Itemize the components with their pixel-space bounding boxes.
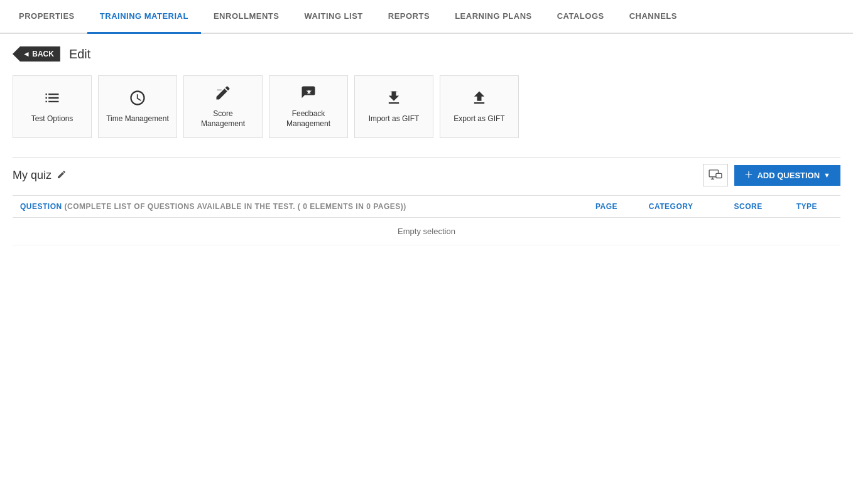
tool-card-test-options-label: Test Options: [31, 114, 73, 124]
tool-card-score-management[interactable]: Score Management: [183, 75, 263, 138]
question-header-meta: (Complete list of questions available in…: [65, 202, 406, 211]
tab-waiting-list[interactable]: WAITING LIST: [291, 0, 375, 34]
export-icon: [470, 89, 488, 109]
quiz-title: My quiz: [13, 169, 67, 182]
svg-rect-2: [716, 173, 722, 178]
col-header-type: TYPE: [789, 196, 840, 218]
feedback-icon: [300, 84, 317, 104]
empty-state-row: Empty selection: [13, 218, 840, 245]
import-icon: [385, 89, 403, 109]
page-title: Edit: [69, 47, 90, 62]
tool-card-import-gift[interactable]: Import as GIFT: [354, 75, 433, 138]
tool-card-score-management-label: Score Management: [190, 109, 256, 129]
svg-rect-0: [390, 92, 398, 92]
tab-reports[interactable]: REPORTS: [376, 0, 442, 34]
add-question-button[interactable]: ADD QUESTION ▼: [734, 165, 840, 186]
tool-cards-container: Test Options Time Management Score Manag…: [13, 75, 840, 138]
tab-enrollments[interactable]: ENROLLMENTS: [201, 0, 291, 34]
dropdown-arrow-icon: ▼: [823, 171, 830, 179]
tool-card-export-gift[interactable]: Export as GIFT: [440, 75, 519, 138]
col-header-page: PAGE: [588, 196, 641, 218]
quiz-edit-icon[interactable]: [57, 169, 67, 181]
add-question-icon: [744, 170, 753, 181]
back-button[interactable]: ◄ BACK: [13, 46, 60, 62]
col-header-question: QUESTION (Complete list of questions ava…: [13, 196, 588, 218]
tool-card-import-gift-label: Import as GIFT: [369, 114, 420, 124]
tab-channels[interactable]: CHANNELS: [617, 0, 690, 34]
question-header-label: QUESTION: [20, 202, 62, 211]
tab-catalogs[interactable]: CATALOGS: [545, 0, 617, 34]
clock-icon: [129, 89, 146, 109]
tool-card-export-gift-label: Export as GIFT: [454, 114, 504, 124]
questions-table: QUESTION (Complete list of questions ava…: [13, 195, 840, 245]
tool-card-time-management[interactable]: Time Management: [98, 75, 177, 138]
quiz-title-text: My quiz: [13, 169, 52, 182]
col-header-score: SCORE: [727, 196, 789, 218]
list-icon: [43, 89, 61, 109]
empty-selection-label: Empty selection: [13, 218, 840, 245]
tab-learning-plans[interactable]: LEARNING PLANS: [442, 0, 545, 34]
quiz-header: My quiz ADD: [13, 164, 840, 186]
tab-properties[interactable]: PROPERTIES: [6, 0, 87, 34]
add-question-label: ADD QUESTION: [757, 171, 820, 180]
tool-card-feedback-management[interactable]: Feedback Management: [269, 75, 348, 138]
quiz-actions: ADD QUESTION ▼: [703, 164, 840, 186]
table-header-row: QUESTION (Complete list of questions ava…: [13, 196, 840, 218]
page-content: ◄ BACK Edit Test Options Time Management…: [0, 34, 853, 258]
tool-card-feedback-management-label: Feedback Management: [276, 109, 341, 129]
tool-card-test-options[interactable]: Test Options: [13, 75, 92, 138]
quiz-section: My quiz ADD: [13, 157, 840, 245]
tab-training-material[interactable]: TRAINING MATERIAL: [87, 0, 201, 34]
monitor-icon-button[interactable]: [703, 164, 728, 186]
tool-card-time-management-label: Time Management: [106, 114, 169, 124]
score-edit-icon: [214, 84, 232, 104]
nav-tabs: PROPERTIES TRAINING MATERIAL ENROLLMENTS…: [0, 0, 853, 34]
col-header-category: CATEGORY: [641, 196, 727, 218]
edit-header: ◄ BACK Edit: [13, 46, 840, 62]
